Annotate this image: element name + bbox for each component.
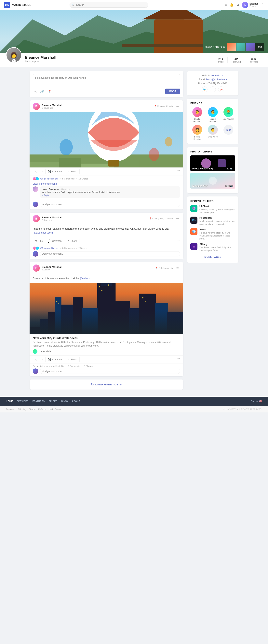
more-pages-button[interactable]: MORE PAGES (190, 254, 235, 260)
friend-bessie[interactable]: 👩 BessieHouston (190, 125, 204, 141)
footer-terms[interactable]: Terms (29, 408, 35, 410)
user-menu[interactable]: E Eleanor El chest (242, 2, 258, 8)
post-actions: 🖼 🔗 📍 POST (33, 88, 180, 94)
view-more-link[interactable]: View 4 more comments (29, 182, 183, 186)
post2-link[interactable]: http://uichest.com (33, 231, 53, 234)
footer-help[interactable]: Help Center (49, 408, 61, 410)
location-icon[interactable]: 📍 (47, 89, 52, 94)
svg-point-17 (149, 148, 159, 161)
friend-avatar-bessie: 👩 (192, 125, 202, 135)
email-link[interactable]: flexrs@uichest.com (206, 78, 227, 81)
post1-comments-count[interactable]: 5 Comments (62, 178, 74, 180)
post2-share-btn[interactable]: ↗ Share (65, 239, 79, 244)
stat-followers[interactable]: 386 Followers (245, 57, 262, 63)
post1-comment-input-row (29, 202, 183, 210)
liked-affinity[interactable]: △ Affinity Yes, I was once a Jedi Knight… (190, 243, 235, 252)
brand[interactable]: MS MAGIC STONE (4, 2, 31, 8)
twitter-icon[interactable]: 🐦 (202, 86, 208, 92)
link-icon[interactable]: 🔗 (39, 89, 45, 94)
recent-thumb-more[interactable]: +42 (256, 42, 264, 51)
brand-name: MAGIC STONE (12, 3, 31, 6)
liked-uichest[interactable]: 🔮 UI Chest Carefully crafted goods for d… (190, 205, 235, 214)
post1-comment-btn[interactable]: 💬 Comment (45, 169, 65, 174)
footer-nav-prices[interactable]: PRICES (49, 400, 57, 402)
svg-rect-3 (154, 19, 203, 53)
more-icon[interactable]: ⋮ (261, 3, 264, 7)
settings-icon[interactable]: ⚙ (237, 3, 239, 7)
avatar-wrap: 👩 ✎ (6, 47, 22, 63)
svg-rect-31 (115, 301, 130, 334)
svg-rect-38 (99, 286, 100, 288)
comment-item: L Leona Ferguson 30 min ago Yes, I was o… (33, 186, 180, 198)
contact-card: Website: uichest.com Email: flexrs@uiche… (187, 71, 239, 96)
profile-stats: 214 Posts 42 Following 386 Followers (214, 53, 262, 63)
footer-nav-features[interactable]: FEATURES (32, 400, 44, 402)
svg-rect-25 (101, 283, 112, 286)
post3-comments-count[interactable]: 0 Comments (68, 365, 80, 367)
image-icon[interactable]: 🖼 (33, 89, 37, 94)
svg-rect-30 (82, 308, 98, 334)
stat-posts[interactable]: 214 Posts (214, 57, 228, 63)
post2-more-actions[interactable]: ••• (177, 239, 180, 244)
friends-more[interactable]: +384 (222, 125, 235, 141)
friend-dennis[interactable]: 👨 DennisMitchell (206, 107, 220, 123)
post1-more[interactable]: ••• (175, 104, 180, 108)
footer-language[interactable]: English (251, 400, 258, 402)
album-summer-2016[interactable]: Summer 2016 105 📷 (190, 173, 235, 188)
load-more-button[interactable]: ↻ LOAD MORE POSTS (33, 383, 180, 386)
post3-link[interactable]: @uichest (80, 277, 90, 280)
post3-comment-btn[interactable]: 💬 Comment (45, 357, 65, 362)
mail-icon[interactable]: ✉ (225, 3, 227, 7)
friend-sue[interactable]: 👨‍🦰 Sue Morales (222, 107, 235, 123)
album-photo-retouching[interactable]: Photo Retouching 82 📷 (190, 156, 235, 171)
post1-likes[interactable]: +38 people like this (40, 178, 58, 180)
recent-thumb-3[interactable] (246, 42, 255, 51)
facebook-icon[interactable]: f (210, 86, 216, 92)
footer-nav-blog[interactable]: BLOG (61, 400, 68, 402)
footer-nav-home[interactable]: HOME (6, 400, 13, 402)
post2-comments-count[interactable]: 0 Comments (62, 247, 74, 249)
googleplus-icon[interactable]: g+ (218, 86, 224, 92)
post3-like-btn[interactable]: ♡ Like (33, 357, 45, 362)
post3-be-first: Be the first person who liked this (33, 365, 64, 367)
recent-thumb-2[interactable] (237, 42, 245, 51)
post1-avatar: E (33, 103, 40, 110)
search-input[interactable] (70, 2, 148, 8)
post2-like-btn[interactable]: ❤ Like (33, 239, 45, 244)
stat-following[interactable]: 42 Following (228, 57, 245, 63)
footer-shipping[interactable]: Shipping (17, 408, 26, 410)
friend-charlie[interactable]: 👨 CharlieHubbard (190, 107, 204, 123)
recent-thumb-1[interactable] (227, 42, 236, 51)
liked-sketch[interactable]: 💎 Sketch He says he's the property of Ob… (190, 228, 235, 240)
post1-share-btn[interactable]: ↗ Share (65, 169, 80, 174)
post2-likes[interactable]: +15 people like this (40, 247, 58, 249)
friend-ollie[interactable]: 👨 Ollie Hines (206, 125, 220, 141)
post2-comment-btn[interactable]: 💬 Comment (45, 239, 65, 244)
footer-nav-services[interactable]: SERVICES (17, 400, 28, 402)
post3-comment-input[interactable] (40, 369, 180, 374)
heart-icon-2: ❤ (35, 240, 37, 242)
bell-icon[interactable]: 🔔 (230, 3, 234, 7)
post3-share-btn[interactable]: ↗ Share (65, 357, 80, 362)
post3-more-actions[interactable]: ••• (177, 357, 180, 362)
post2-more[interactable]: ••• (175, 216, 180, 221)
footer-nav-about[interactable]: ABOUT (72, 400, 80, 402)
post-input[interactable] (33, 74, 180, 86)
website-link[interactable]: uichest.com (212, 74, 224, 77)
comment-reply[interactable]: ↩ Reply (42, 194, 178, 196)
avatar-edit-button[interactable]: ✎ (12, 59, 16, 63)
post3-more[interactable]: ••• (175, 266, 180, 270)
post2-comment-input[interactable] (40, 251, 180, 256)
footer-refunds[interactable]: Refunds (38, 408, 46, 410)
post1-like-btn[interactable]: ♡ Like (33, 169, 45, 174)
post1-more-actions[interactable]: ••• (177, 169, 180, 174)
liked-photoshop[interactable]: Ps Photoshop Nuclear reaction to generat… (190, 216, 235, 226)
post-button[interactable]: POST (165, 88, 180, 94)
svg-rect-34 (155, 303, 168, 334)
post1-meta: +38 people like this • 5 Comments • 13 S… (29, 176, 183, 182)
post1-comments: L Leona Ferguson 30 min ago Yes, I was o… (29, 186, 183, 202)
post1-comment-input[interactable] (40, 202, 180, 207)
footer-payment[interactable]: Payment (6, 408, 14, 410)
post2-avatar: E (33, 215, 40, 222)
load-more-section[interactable]: ↻ LOAD MORE POSTS (29, 380, 183, 390)
